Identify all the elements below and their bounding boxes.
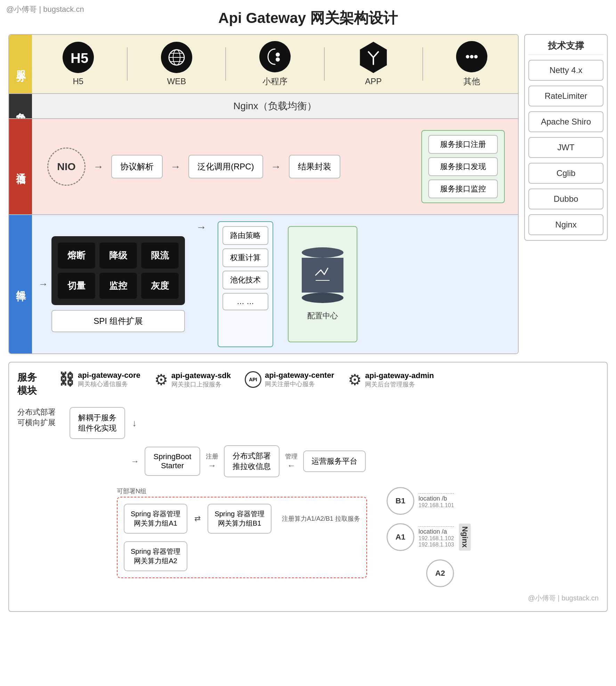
svg-point-6: [276, 53, 280, 57]
other-label: 其他: [463, 76, 480, 87]
service-icon-miniapp: 小程序: [259, 41, 291, 87]
strategy-3: … …: [222, 293, 268, 310]
strategy-1: 权重计算: [222, 248, 268, 267]
grid-cell-2: 限流: [141, 242, 179, 269]
row-component: 组件 → 熔断 降级 限流 切量 监控 灰度 SPI 组件扩展: [9, 214, 518, 353]
row-load: 负载 Nginx（负载均衡）: [9, 93, 518, 118]
component-content: → 熔断 降级 限流 切量 监控 灰度 SPI 组件扩展 →: [32, 215, 518, 353]
label-component: 组件: [9, 215, 32, 353]
spi-box: SPI 组件扩展: [51, 310, 185, 332]
grid-cell-5: 灰度: [141, 273, 179, 299]
module-center: API api-gateway-center 网关注册中心服务: [245, 371, 334, 388]
tech-item-2: Apache Shiro: [528, 111, 603, 132]
center-sub: 网关注册中心服务: [265, 380, 334, 388]
green-item-0: 服务接口注册: [428, 135, 498, 154]
h5-icon: H5: [63, 42, 94, 73]
tech-item-5: Dubbo: [528, 189, 603, 209]
box-distributed: 分布式部署 推拉收信息: [224, 445, 279, 477]
db-top: [302, 247, 343, 258]
core-icon: ⛓: [59, 371, 74, 388]
tech-item-0: Netty 4.x: [528, 60, 603, 81]
service-icon-app: APP: [358, 42, 389, 86]
server-a1: A1: [387, 523, 414, 551]
deploy-n-label: 可部署N组: [117, 487, 146, 495]
label-load: 负载: [9, 94, 32, 118]
svg-line-9: [368, 52, 373, 57]
flow-box-protocol: 协议解析: [111, 155, 163, 178]
comp-green-section: 配置中心: [288, 226, 357, 342]
page-title: Api Gateway 网关架构设计: [0, 0, 616, 34]
grid-cell-1: 降级: [99, 242, 137, 269]
center-icon: API: [245, 371, 261, 388]
service-module-label: 服务 模块: [17, 371, 45, 397]
server-a2: A2: [426, 559, 454, 587]
svg-text:H5: H5: [71, 50, 88, 66]
strategy-0: 路由策略: [222, 226, 268, 245]
core-sub: 网关核心通信服务: [78, 380, 140, 388]
nginx-label: Nginx: [459, 524, 471, 550]
box-springboot: SpringBoot Starter: [145, 447, 200, 476]
other-icon: [456, 41, 487, 72]
sdk-icon: ⚙: [154, 371, 168, 389]
load-content: Nginx（负载均衡）: [32, 94, 518, 118]
bottom-section: 服务 模块 ⛓ api-gateway-core 网关核心通信服务 ⚙ api-…: [8, 362, 608, 612]
service-icon-other: 其他: [456, 41, 487, 87]
admin-sub: 网关后台管理服务: [365, 380, 434, 389]
module-admin: ⚙ api-gateway-admin 网关后台管理服务: [348, 371, 434, 389]
main-container: 服务 H5 H5: [0, 34, 616, 354]
service-icon-web: WEB: [161, 42, 192, 86]
arrow-register: →: [208, 461, 216, 470]
ip-a1: 192.168.1.102: [419, 535, 454, 542]
sdk-name: api-gateway-sdk: [171, 371, 231, 380]
register-label: 注册: [206, 452, 218, 461]
arrow-decouple-spring: ↓: [132, 418, 137, 429]
comm-content: NIO → 协议解析 → 泛化调用(RPC) → 结果封装 服务接口注册 服务接…: [32, 119, 518, 214]
bottom-watermark: @小傅哥 | bugstack.cn: [17, 593, 599, 603]
svg-point-7: [276, 57, 280, 62]
spring-box-b1: Spring 容器管理 网关算力组B1: [208, 504, 271, 534]
svg-line-10: [373, 52, 378, 57]
svg-point-11: [466, 55, 469, 58]
tech-item-3: JWT: [528, 137, 603, 158]
tech-item-1: RateLimiter: [528, 86, 603, 106]
dashed-deploy-box: Spring 容器管理 网关算力组A1 ⇄ Spring 容器管理 网关算力组B…: [117, 497, 367, 578]
flow-main: 解耦于服务 组件化实现 ↓ → SpringBoot Starter 注册 →: [70, 407, 599, 587]
app-icon: [358, 42, 389, 73]
divider-4: [422, 47, 423, 81]
tech-item-6: Nginx: [528, 214, 603, 235]
green-item-2: 服务接口监控: [428, 180, 498, 198]
spring-box-a2: Spring 容器管理 网关算力组A2: [124, 541, 187, 571]
config-label: 配置中心: [307, 311, 338, 321]
core-name: api-gateway-core: [78, 371, 140, 380]
arrow-2: →: [271, 161, 281, 173]
tech-item-4: Cglib: [528, 163, 603, 184]
distributed-label: 分布式部署 可横向扩展: [17, 407, 59, 428]
left-section: 服务 H5 H5: [8, 34, 519, 354]
db-bottom: [302, 293, 343, 303]
svg-point-12: [470, 55, 473, 58]
web-label: WEB: [167, 77, 186, 86]
h5-label: H5: [73, 77, 83, 86]
spring-box-a1: Spring 容器管理 网关算力组A1: [124, 504, 187, 534]
label-service: 服务: [9, 35, 32, 93]
arrow-nio: →: [93, 161, 104, 173]
arrow-1: →: [170, 161, 181, 173]
nio-box: NIO: [47, 147, 86, 186]
admin-icon: ⚙: [348, 371, 362, 389]
location-a: location /a: [419, 526, 454, 535]
row-comm: 通信 NIO → 协议解析 → 泛化调用(RPC) → 结果封装 服务接口注册 …: [9, 118, 518, 214]
strategy-2: 池化技术: [222, 271, 268, 289]
web-icon: [161, 42, 192, 73]
location-b: location /b: [419, 493, 454, 502]
db-body: [302, 258, 343, 293]
divider-3: [324, 47, 325, 81]
service-icon-h5: H5 H5: [63, 42, 94, 86]
server-list: B1 location /b 192.168.1.101 A1 location…: [387, 487, 454, 587]
arrow-manage: ←: [287, 461, 295, 470]
sdk-sub: 网关接口上报服务: [171, 380, 231, 389]
db-cylinder: [302, 247, 343, 303]
svg-point-13: [474, 55, 478, 58]
module-core: ⛓ api-gateway-core 网关核心通信服务: [59, 371, 140, 388]
arrow-a1-b1: ⇄: [194, 514, 201, 523]
miniapp-icon: [259, 41, 291, 72]
